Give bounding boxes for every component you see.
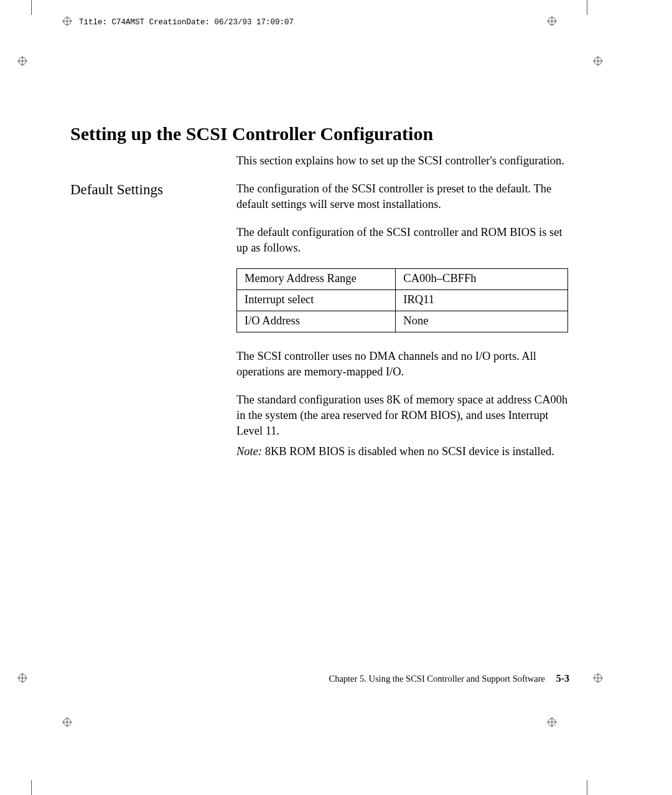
note-paragraph: Note: 8KB ROM BIOS is disabled when no S…: [236, 444, 568, 459]
document-meta-header: Title: C74AMST CreationDate: 06/23/93 17…: [79, 18, 294, 27]
setting-label: Interrupt select: [237, 289, 396, 311]
page-footer: Chapter 5. Using the SCSI Controller and…: [329, 673, 569, 684]
crop-vertical-left-outer: [31, 0, 32, 15]
subsection-heading: Default Settings: [70, 182, 236, 198]
register-mark-icon: [62, 16, 72, 26]
crop-vertical-left-outer-bottom: [31, 780, 32, 795]
table-row: Interrupt select IRQ11: [237, 289, 568, 311]
body-paragraph: The SCSI controller uses no DMA channels…: [236, 349, 568, 380]
setting-value: IRQ11: [396, 289, 568, 311]
register-mark-icon: [593, 673, 603, 683]
body-paragraph: The configuration of the SCSI controller…: [236, 181, 568, 212]
section-heading: Setting up the SCSI Controller Configura…: [70, 123, 568, 144]
register-mark-icon: [593, 56, 603, 66]
setting-value: CA00h–CBFFh: [396, 268, 568, 289]
crop-vertical-right-outer: [587, 0, 587, 15]
setting-label: Memory Address Range: [237, 268, 396, 289]
setting-label: I/O Address: [237, 311, 396, 332]
register-mark-icon: [17, 56, 27, 66]
table-row: I/O Address None: [237, 311, 568, 332]
crop-vertical-right-outer-bottom: [587, 780, 587, 795]
note-text: 8KB ROM BIOS is disabled when no SCSI de…: [265, 445, 554, 458]
register-mark-icon: [547, 16, 557, 26]
note-label: Note:: [236, 445, 265, 458]
intro-paragraph: This section explains how to set up the …: [236, 153, 568, 169]
register-mark-icon: [62, 717, 72, 727]
default-settings-table: Memory Address Range CA00h–CBFFh Interru…: [236, 268, 568, 332]
page-number: 5-3: [556, 673, 569, 684]
body-paragraph: The standard configuration uses 8K of me…: [236, 392, 568, 439]
setting-value: None: [396, 311, 568, 332]
body-paragraph: The default configuration of the SCSI co…: [236, 225, 568, 256]
register-mark-icon: [547, 717, 557, 727]
table-row: Memory Address Range CA00h–CBFFh: [237, 268, 568, 289]
page-content: Setting up the SCSI Controller Configura…: [70, 123, 568, 472]
register-mark-icon: [17, 673, 27, 683]
footer-chapter-text: Chapter 5. Using the SCSI Controller and…: [329, 674, 545, 684]
